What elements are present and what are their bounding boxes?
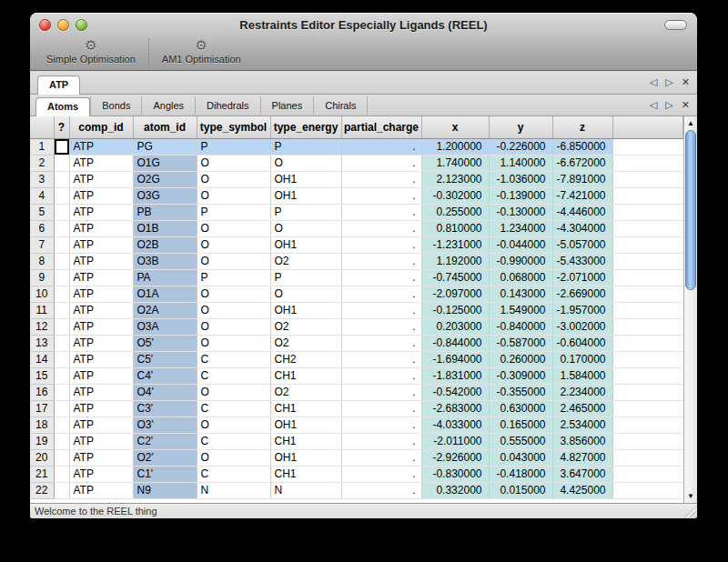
table-row[interactable]: 13 ATP O5' O O2 . -0.844000 -0.587000 -0… [30,335,683,351]
cell-comp-id[interactable]: ATP [69,318,133,335]
cell-flag[interactable] [54,286,69,302]
cell-type-symbol[interactable]: O [197,253,270,269]
row-number[interactable]: 20 [30,449,54,466]
cell-type-energy[interactable]: OH1 [270,302,341,318]
cell-type-symbol[interactable]: O [197,384,270,400]
cell-flag[interactable] [54,253,69,269]
cell-type-energy[interactable]: O2 [270,335,341,351]
cell-comp-id[interactable]: ATP [69,302,133,318]
cell-type-energy[interactable]: OH1 [270,449,341,466]
cell-comp-id[interactable]: ATP [69,187,133,204]
cell-flag[interactable] [54,351,69,367]
tab-angles[interactable]: Angles [142,96,196,115]
cell-y[interactable]: 1.140000 [489,155,552,171]
cell-type-symbol[interactable]: O [197,302,270,318]
cell-z[interactable]: -7.421000 [552,187,612,204]
cell-z[interactable]: -6.850000 [552,138,612,155]
cell-y[interactable]: 1.549000 [489,302,552,318]
cell-flag[interactable] [54,482,69,498]
cell-z[interactable]: 3.856000 [552,433,612,449]
cell-z[interactable]: -2.071000 [552,269,612,286]
cell-x[interactable]: -2.011000 [421,433,489,449]
cell-x[interactable]: 1.740000 [421,155,489,171]
cell-partial-charge[interactable]: . [341,138,421,155]
cell-type-symbol[interactable]: N [197,482,270,498]
cell-comp-id[interactable]: ATP [69,351,133,367]
tab-scroll-left-icon[interactable]: ◁ [650,77,657,87]
cell-type-energy[interactable]: P [270,204,341,220]
cell-comp-id[interactable]: ATP [69,367,133,384]
cell-y[interactable]: -0.990000 [489,253,552,269]
cell-comp-id[interactable]: ATP [69,220,133,236]
cell-partial-charge[interactable]: . [341,367,421,384]
cell-flag[interactable] [54,335,69,351]
cell-partial-charge[interactable]: . [341,236,421,253]
table-row[interactable]: 6 ATP O1B O O . 0.810000 1.234000 -4.304… [30,220,683,236]
cell-type-energy[interactable]: OH1 [270,416,341,433]
cell-atom-id[interactable]: C2' [133,433,197,449]
tab-scroll-right-icon[interactable]: ▷ [665,100,672,110]
cell-y[interactable]: 0.630000 [489,400,552,416]
cell-y[interactable]: 0.015000 [489,482,552,498]
cell-type-symbol[interactable]: C [197,400,270,416]
resize-grip-icon[interactable] [684,506,696,517]
row-number[interactable]: 18 [30,416,54,433]
tab-chirals[interactable]: Chirals [314,96,368,115]
cell-type-symbol[interactable]: P [197,204,270,220]
cell-flag[interactable] [54,187,69,204]
cell-atom-id[interactable]: O1B [133,220,197,236]
cell-partial-charge[interactable]: . [341,351,421,367]
cell-flag[interactable] [54,171,69,187]
cell-partial-charge[interactable]: . [341,269,421,286]
cell-atom-id[interactable]: O3A [133,318,197,335]
cell-y[interactable]: 0.068000 [489,269,552,286]
cell-atom-id[interactable]: PG [133,138,197,155]
row-number[interactable]: 1 [30,138,54,155]
cell-y[interactable]: 0.043000 [489,449,552,466]
tab-dihedrals[interactable]: Dihedrals [196,96,260,115]
cell-x[interactable]: 1.200000 [421,138,489,155]
cell-z[interactable]: -5.057000 [552,236,612,253]
cell-comp-id[interactable]: ATP [69,416,133,433]
cell-flag[interactable] [54,384,69,400]
cell-flag[interactable] [54,204,69,220]
cell-atom-id[interactable]: C4' [133,367,197,384]
cell-type-energy[interactable]: N [270,482,341,498]
cell-atom-id[interactable]: O2G [133,171,197,187]
cell-type-energy[interactable]: O2 [270,318,341,335]
cell-y[interactable]: -0.418000 [489,466,552,482]
cell-y[interactable]: -0.130000 [489,204,552,220]
cell-y[interactable]: -0.044000 [489,236,552,253]
row-number[interactable]: 9 [30,269,54,286]
cell-comp-id[interactable]: ATP [69,482,133,498]
row-number[interactable]: 22 [30,482,54,498]
tab-bonds[interactable]: Bonds [90,96,142,115]
cell-atom-id[interactable]: C5' [133,351,197,367]
cell-x[interactable]: -1.694000 [421,351,489,367]
scrollbar-thumb[interactable] [685,130,696,290]
cell-atom-id[interactable]: O3G [133,187,197,204]
cell-x[interactable]: -0.302000 [421,187,489,204]
cell-x[interactable]: -0.844000 [421,335,489,351]
cell-type-symbol[interactable]: O [197,155,270,171]
cell-x[interactable]: -0.125000 [421,302,489,318]
toolbar-toggle-button[interactable] [664,20,687,30]
cell-comp-id[interactable]: ATP [69,253,133,269]
cell-atom-id[interactable]: O3' [133,416,197,433]
cell-atom-id[interactable]: O3B [133,253,197,269]
cell-flag[interactable] [54,269,69,286]
row-number[interactable]: 4 [30,187,54,204]
cell-type-energy[interactable]: CH1 [270,400,341,416]
cell-x[interactable]: -1.831000 [421,367,489,384]
table-row[interactable]: 8 ATP O3B O O2 . 1.192000 -0.990000 -5.4… [30,253,683,269]
cell-partial-charge[interactable]: . [341,416,421,433]
cell-flag[interactable] [54,433,69,449]
row-number[interactable]: 14 [30,351,54,367]
table-row[interactable]: 20 ATP O2' O OH1 . -2.926000 0.043000 4.… [30,449,683,466]
scroll-up-icon[interactable]: ▲ [684,117,697,129]
table-row[interactable]: 10 ATP O1A O O . -2.097000 0.143000 -2.6… [30,286,683,302]
cell-flag[interactable] [54,302,69,318]
cell-partial-charge[interactable]: . [341,220,421,236]
scroll-down-icon[interactable]: ▼ [684,490,697,502]
cell-comp-id[interactable]: ATP [69,433,133,449]
